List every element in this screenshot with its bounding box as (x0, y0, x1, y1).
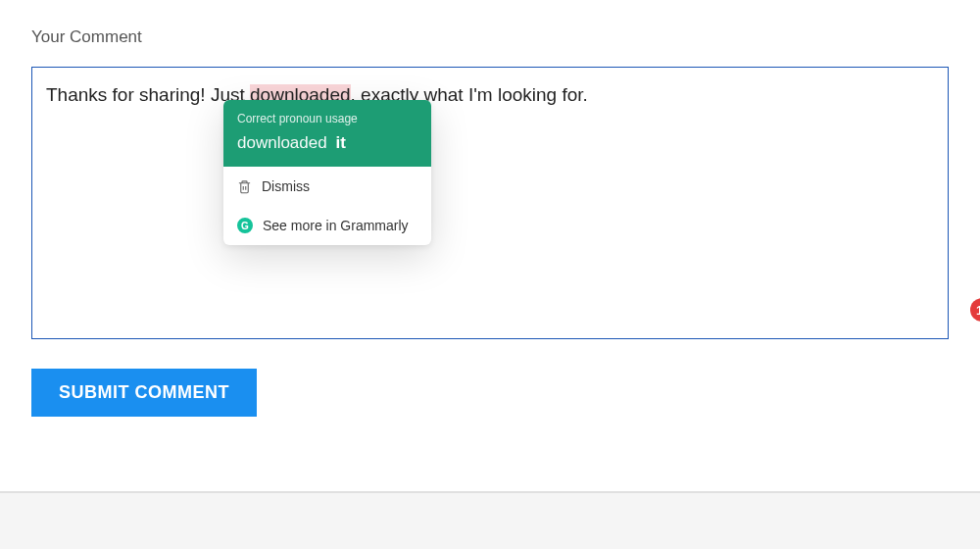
popup-suggestion: downloaded it (237, 133, 417, 153)
popup-original-word: downloaded (237, 133, 327, 152)
grammar-suggestion-popup: Correct pronoun usage downloaded it Dism… (223, 100, 431, 245)
comment-label: Your Comment (31, 27, 949, 47)
trash-icon (237, 179, 252, 194)
popup-header[interactable]: Correct pronoun usage downloaded it (223, 100, 431, 167)
grammarly-icon: G (237, 218, 253, 233)
bottom-bar (0, 492, 980, 549)
popup-fix-word: it (335, 133, 345, 152)
comment-text-pre: Thanks for sharing! Just (46, 84, 250, 105)
popup-title: Correct pronoun usage (237, 112, 417, 125)
comment-textarea[interactable]: Thanks for sharing! Just downloaded, exa… (31, 67, 949, 339)
see-more-label: See more in Grammarly (263, 218, 409, 233)
dismiss-button[interactable]: Dismiss (223, 167, 431, 206)
submit-comment-button[interactable]: SUBMIT COMMENT (31, 369, 257, 417)
dismiss-label: Dismiss (262, 178, 310, 194)
see-more-grammarly-button[interactable]: G See more in Grammarly (223, 206, 431, 245)
